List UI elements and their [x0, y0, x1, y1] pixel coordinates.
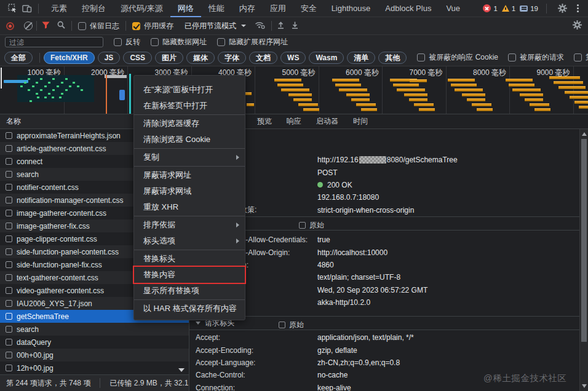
divider [36, 21, 37, 31]
error-badge[interactable]: 1 [483, 4, 497, 12]
throttling-select[interactable]: 已停用节流模式 [185, 21, 246, 31]
activity-mark [30, 100, 32, 102]
blocked-filter-checkbox-1[interactable]: 被屏蔽的请求 [508, 52, 564, 63]
request-name: article-gatherer-content.css [17, 144, 106, 153]
filter-chip-manifest[interactable]: 清单 [347, 52, 375, 64]
top-tab-security[interactable]: 安全 [293, 0, 324, 17]
top-tab-performance[interactable]: 性能 [201, 0, 232, 17]
waterfall-bar [462, 93, 485, 97]
top-tab-sources[interactable]: 源代码/来源 [113, 0, 170, 17]
menu-item-save-all-as-har[interactable]: 以 HAR 格式保存所有内容 [134, 301, 245, 317]
waterfall-bar [245, 92, 252, 95]
scroll-up-icon[interactable] [582, 132, 587, 136]
details-tab-timing[interactable]: 时间 [346, 114, 375, 128]
device-toolbar-icon[interactable] [20, 1, 34, 16]
menu-item-sort-by[interactable]: 排序依据 [134, 217, 245, 233]
menu-item-show-all-overrides[interactable]: 显示所有替换项 [134, 283, 245, 299]
menu-item-header-options[interactable]: 标头选项 [134, 233, 245, 249]
inspect-element-icon[interactable] [5, 1, 20, 16]
menu-item-clear-browser-cache[interactable]: 清除浏览器缓存 [134, 116, 245, 132]
network-conditions-icon[interactable] [255, 20, 265, 31]
filter-chip-media[interactable]: 媒体 [186, 52, 215, 64]
response-raw-checkbox[interactable]: 原始 [299, 220, 324, 231]
filter-input[interactable] [5, 37, 103, 47]
search-icon[interactable] [57, 20, 65, 31]
filter-funnel-icon[interactable] [42, 20, 50, 31]
filter-chip-all[interactable]: 全部 [4, 52, 33, 64]
top-tab-elements[interactable]: 元素 [44, 0, 74, 17]
invert-checkbox[interactable]: 反转 [114, 37, 140, 47]
filter-chip-font[interactable]: 字体 [218, 52, 246, 64]
request-headers-header[interactable]: 请求标头 原始 [189, 316, 579, 330]
checkbox-icon [574, 53, 582, 61]
export-har-icon[interactable] [291, 20, 299, 31]
filter-chip-wasm[interactable]: Wasm [309, 52, 344, 64]
preserve-log-checkbox[interactable]: 保留日志 [78, 21, 119, 31]
timeline-label: 7000 毫秒 [381, 68, 443, 78]
top-tab-lighthouse[interactable]: Lighthouse [324, 0, 378, 17]
blocked-filters: 被屏蔽的响应 Cookie被屏蔽的请求第三方请求 [417, 52, 588, 63]
menu-item-replay-xhr[interactable]: 重放 XHR [134, 199, 245, 215]
general-section-header[interactable]: 常规 [189, 133, 579, 147]
scrollbar-thumb[interactable] [581, 139, 587, 342]
request-row[interactable]: dataQuery [0, 336, 189, 349]
top-tab-application[interactable]: 应用 [263, 0, 293, 17]
file-icon [6, 210, 12, 216]
menu-item-override-content[interactable]: 替换内容 [134, 267, 245, 283]
submenu-arrow-icon [236, 239, 239, 243]
request-row[interactable]: search [0, 323, 189, 336]
details-scrollbar[interactable] [579, 129, 588, 391]
record-network-log-icon[interactable] [6, 22, 14, 30]
settings-gear-icon[interactable] [555, 1, 570, 16]
menu-item-open-in-new-tab[interactable]: 在新标签页中打开 [134, 98, 245, 114]
top-tab-vue[interactable]: Vue [439, 0, 467, 17]
top-tab-memory[interactable]: 内存 [232, 0, 263, 17]
filter-chip-other[interactable]: 其他 [378, 52, 407, 64]
details-tab-response[interactable]: 响应 [279, 114, 309, 128]
request-name: side-function-panel-fix.css [17, 261, 102, 269]
disable-cache-checkbox[interactable]: 停用缓存 [132, 21, 173, 31]
clear-network-log-icon[interactable] [24, 22, 33, 30]
request-name: video-gatherer-content.css [17, 286, 104, 295]
response-headers-header[interactable]: 响应标头 原始 [189, 216, 579, 231]
top-tab-network[interactable]: 网络 [170, 0, 201, 17]
top-tab-adblock-plus[interactable]: Adblock Plus [378, 0, 439, 17]
menu-item-override-headers[interactable]: 替换标头 [134, 251, 245, 267]
filter-chip-img[interactable]: 图片 [155, 52, 183, 64]
hide-data-urls-checkbox[interactable]: 隐藏数据网址 [151, 37, 207, 47]
header-value: keep-alive [317, 384, 351, 391]
filter-chip-doc[interactable]: 文档 [249, 52, 277, 64]
blocked-filter-checkbox-0[interactable]: 被屏蔽的响应 Cookie [417, 52, 498, 63]
menu-divider [134, 299, 245, 300]
activity-mark [61, 93, 63, 95]
menu-item-copy[interactable]: 复制 [134, 149, 245, 165]
menu-item-clear-browser-cookies[interactable]: 清除浏览器 Cookie [134, 132, 245, 148]
network-overview-timeline[interactable]: 1000 毫秒2000 毫秒3000 毫秒4000 毫秒5000 毫秒6000 … [0, 66, 588, 114]
network-settings-gear-icon[interactable] [573, 20, 582, 32]
hide-extension-urls-checkbox[interactable]: 隐藏扩展程序网址 [217, 37, 288, 47]
throttling-value: 已停用节流模式 [185, 21, 236, 31]
more-options-icon[interactable] [577, 7, 579, 9]
issues-badge[interactable]: 19 [520, 5, 538, 12]
blocked-filter-checkbox-2[interactable]: 第三方请求 [574, 52, 588, 63]
menu-item-block-request-url[interactable]: 屏蔽请求网址 [134, 167, 245, 183]
scroll-down-icon[interactable] [582, 384, 587, 388]
header-name: Connection: [196, 384, 317, 391]
header-value: zh-CN,zh;q=0.9,en;q=0.8 [317, 358, 400, 367]
menu-item-open-in-sources-panel[interactable]: 在"来源"面板中打开 [134, 82, 245, 98]
top-tab-console[interactable]: 控制台 [74, 0, 113, 17]
details-tab-initiator[interactable]: 启动器 [309, 114, 346, 128]
request-raw-checkbox[interactable]: 原始 [279, 320, 304, 330]
filter-chip-ws[interactable]: WS [280, 52, 306, 64]
menu-item-block-request-domain[interactable]: 屏蔽请求网域 [134, 183, 245, 199]
filter-chip-fetch-xhr[interactable]: Fetch/XHR [44, 52, 95, 64]
details-tab-preview[interactable]: 预览 [250, 114, 279, 128]
list-scroll-down-icon[interactable] [178, 368, 185, 372]
request-row[interactable]: 00h+00.jpg [0, 349, 189, 361]
network-toolbar: 保留日志 停用缓存 已停用节流模式 [0, 17, 588, 35]
import-har-icon[interactable] [277, 20, 285, 31]
request-row[interactable]: 12h+00.jpg [0, 361, 189, 374]
warning-badge[interactable]: 1 [502, 5, 515, 12]
filter-chip-css[interactable]: CSS [123, 52, 152, 64]
filter-chip-js[interactable]: JS [98, 52, 121, 64]
